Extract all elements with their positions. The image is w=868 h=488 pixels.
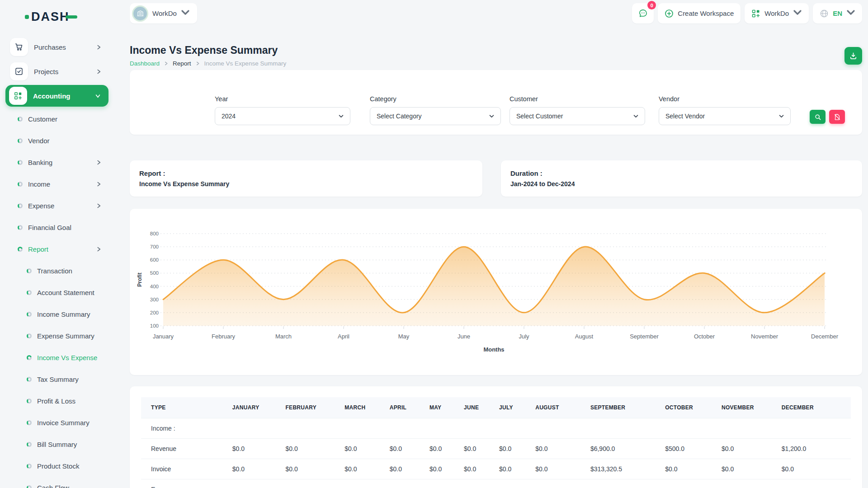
report-summary-card: Report : Income Vs Expense Summary (130, 160, 482, 197)
svg-text:400: 400 (150, 284, 159, 289)
sidebar-item-invoice-summary[interactable]: Invoice Summary (0, 412, 117, 433)
cell-value: $313,320.5 (590, 459, 665, 479)
cell-value: $0.0 (464, 438, 499, 459)
chart-svg: 100200300400500600700800JanuaryFebruaryM… (130, 209, 862, 375)
sidebar-item-transaction[interactable]: Transaction (0, 260, 117, 282)
logo-text: DASH (31, 10, 70, 24)
sidebar-item-accounting[interactable]: Accounting (5, 85, 108, 107)
chevron-down-icon (339, 114, 344, 119)
reset-filter-button[interactable] (829, 110, 845, 124)
breadcrumb-report[interactable]: Report (173, 60, 191, 67)
svg-text:300: 300 (150, 297, 159, 302)
sidebar-item-profit-loss[interactable]: Profit & Loss (0, 390, 117, 412)
chevron-right-icon (96, 69, 101, 74)
download-button[interactable] (844, 47, 862, 65)
svg-text:Profit: Profit (137, 272, 143, 286)
sidebar-item-bill-summary[interactable]: Bill Summary (0, 433, 117, 455)
sidebar-item-label: Income Vs Expense (37, 354, 97, 361)
svg-text:May: May (398, 333, 410, 340)
column-header-february: FEBRUARY (285, 397, 344, 418)
dot-ring-icon (27, 377, 32, 382)
dot-ring-icon (27, 399, 32, 404)
svg-text:November: November (751, 333, 778, 340)
sidebar-item-cash-flow[interactable]: Cash Flow (0, 477, 117, 488)
dot-ring-icon (27, 420, 32, 425)
cart-icon (10, 38, 28, 56)
sidebar-item-financial-goal[interactable]: Financial Goal (0, 216, 117, 238)
column-header-april: APRIL (390, 397, 429, 418)
column-header-september: SEPTEMBER (590, 397, 665, 418)
column-header-july: JULY (499, 397, 535, 418)
brand-logo[interactable]: DASH (25, 10, 117, 24)
sidebar-item-income[interactable]: Income (0, 173, 117, 195)
grid-plus-icon (9, 87, 27, 105)
sidebar-item-label: Vendor (28, 137, 50, 145)
column-header-type: TYPE (141, 397, 232, 418)
sidebar-item-customer[interactable]: Customer (0, 108, 117, 130)
search-icon (814, 113, 821, 121)
vendor-select[interactable]: Select Vendor (659, 107, 791, 125)
sidebar-item-expense-summary[interactable]: Expense Summary (0, 325, 117, 347)
sidebar-item-account-statement[interactable]: Account Statement (0, 282, 117, 303)
sidebar-item-income-summary[interactable]: Income Summary (0, 303, 117, 325)
sidebar-item-banking[interactable]: Banking (0, 151, 117, 173)
dot-ring-icon (27, 485, 32, 488)
dot-ring-icon (27, 442, 32, 447)
dot-ring-icon (18, 160, 23, 165)
customer-select[interactable]: Select Customer (509, 107, 645, 125)
sidebar-item-vendor[interactable]: Vendor (0, 130, 117, 151)
sidebar-item-label: Cash Flow (37, 484, 69, 488)
sidebar-item-label: Report (28, 245, 48, 253)
filter-category: Category Select Category (370, 95, 501, 125)
summary-cards: Report : Income Vs Expense Summary Durat… (130, 160, 862, 197)
sidebar-item-label: Expense (28, 202, 54, 210)
sidebar-item-label: Expense Summary (37, 332, 94, 340)
svg-text:100: 100 (150, 323, 159, 328)
cell-value: $0.0 (535, 459, 590, 479)
sidebar-item-report[interactable]: Report (0, 238, 117, 260)
table-section-row-expense: Expense : (141, 479, 851, 488)
filter-year: Year 2024 (215, 95, 350, 125)
dot-ring-icon (27, 290, 32, 295)
sidebar-item-purchases[interactable]: Purchases (0, 35, 117, 59)
category-select[interactable]: Select Category (370, 107, 501, 125)
filter-panel: Year 2024 Category Select Category Custo… (130, 70, 862, 135)
chevron-right-icon (96, 160, 101, 165)
file-slash-icon (834, 113, 841, 121)
sidebar-item-label: Accounting (33, 92, 71, 100)
apply-filter-button[interactable] (810, 110, 826, 124)
dot-ring-icon (27, 312, 32, 317)
sidebar-item-label: Account Statement (37, 289, 94, 296)
sidebar-item-label: Banking (28, 159, 52, 166)
column-header-january: JANUARY (232, 397, 286, 418)
svg-text:June: June (458, 333, 470, 340)
cell-value: $0.0 (722, 438, 782, 459)
sidebar-item-tax-summary[interactable]: Tax Summary (0, 368, 117, 390)
column-header-august: AUGUST (535, 397, 590, 418)
sidebar-item-projects[interactable]: Projects (0, 59, 117, 84)
column-header-june: JUNE (464, 397, 499, 418)
sidebar-nav: PurchasesProjectsAccountingCustomerVendo… (0, 35, 117, 488)
cell-value: $1,200.0 (782, 438, 851, 459)
dot-ring-icon (27, 268, 32, 273)
svg-text:700: 700 (150, 244, 159, 249)
sidebar-item-expense[interactable]: Expense (0, 195, 117, 216)
table-row-revenue: Revenue$0.0$0.0$0.0$0.0$0.0$0.0$0.0$0.0$… (141, 438, 851, 459)
column-header-november: NOVEMBER (722, 397, 782, 418)
filter-customer: Customer Select Customer (509, 95, 645, 125)
dot-ring-icon (18, 225, 23, 230)
chevron-down-icon (489, 114, 494, 119)
sidebar-item-income-vs-expense[interactable]: Income Vs Expense (0, 347, 117, 368)
svg-text:600: 600 (150, 257, 159, 263)
sidebar-item-product-stock[interactable]: Product Stock (0, 455, 117, 477)
year-select[interactable]: 2024 (215, 107, 350, 125)
page-title: Income Vs Expense Summary (130, 44, 278, 56)
cell-value: $0.0 (464, 459, 499, 479)
cell-value: $0.0 (499, 459, 535, 479)
breadcrumb-dashboard[interactable]: Dashboard (130, 60, 160, 67)
svg-text:July: July (519, 333, 529, 340)
cell-value: $0.0 (499, 438, 535, 459)
duration-summary-card: Duration : Jan-2024 to Dec-2024 (501, 160, 862, 197)
row-type-label: Invoice (141, 459, 232, 479)
column-header-october: OCTOBER (665, 397, 722, 418)
